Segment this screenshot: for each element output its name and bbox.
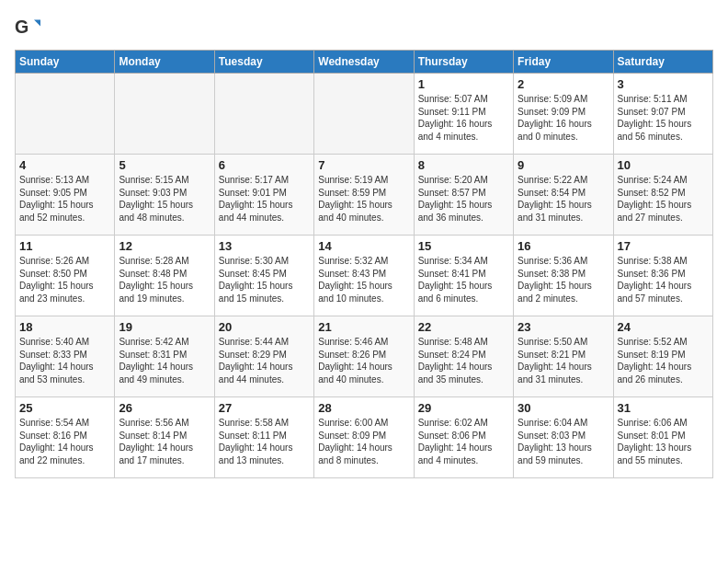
calendar-cell: 5Sunrise: 5:15 AM Sunset: 9:03 PM Daylig… — [115, 155, 214, 236]
day-info: Sunrise: 5:28 AM Sunset: 8:48 PM Dayligh… — [119, 255, 210, 304]
calendar-cell: 6Sunrise: 5:17 AM Sunset: 9:01 PM Daylig… — [214, 155, 313, 236]
calendar-cell: 4Sunrise: 5:13 AM Sunset: 9:05 PM Daylig… — [16, 155, 115, 236]
calendar-cell: 20Sunrise: 5:44 AM Sunset: 8:29 PM Dayli… — [214, 316, 313, 397]
day-number: 4 — [19, 158, 110, 172]
day-number: 10 — [618, 158, 709, 172]
day-number: 29 — [418, 401, 509, 415]
day-number: 17 — [618, 239, 709, 253]
day-info: Sunrise: 5:54 AM Sunset: 8:16 PM Dayligh… — [19, 417, 110, 466]
calendar-cell: 9Sunrise: 5:22 AM Sunset: 8:54 PM Daylig… — [514, 155, 613, 236]
day-info: Sunrise: 5:15 AM Sunset: 9:03 PM Dayligh… — [119, 174, 210, 224]
day-info: Sunrise: 6:06 AM Sunset: 8:01 PM Dayligh… — [618, 417, 709, 466]
calendar-cell: 25Sunrise: 5:54 AM Sunset: 8:16 PM Dayli… — [16, 397, 115, 478]
calendar-cell: 18Sunrise: 5:40 AM Sunset: 8:33 PM Dayli… — [16, 316, 115, 397]
calendar-header-tuesday: Tuesday — [214, 51, 313, 74]
day-info: Sunrise: 5:34 AM Sunset: 8:41 PM Dayligh… — [418, 255, 509, 304]
calendar-week-row: 1Sunrise: 5:07 AM Sunset: 9:11 PM Daylig… — [16, 74, 713, 155]
calendar-cell: 17Sunrise: 5:38 AM Sunset: 8:36 PM Dayli… — [613, 236, 712, 316]
day-number: 31 — [618, 401, 709, 415]
calendar-cell: 14Sunrise: 5:32 AM Sunset: 8:43 PM Dayli… — [314, 236, 414, 316]
calendar-header-thursday: Thursday — [414, 51, 513, 74]
calendar-cell — [115, 74, 214, 155]
calendar-cell: 12Sunrise: 5:28 AM Sunset: 8:48 PM Dayli… — [115, 236, 214, 316]
day-number: 1 — [418, 77, 509, 91]
calendar-cell: 30Sunrise: 6:04 AM Sunset: 8:03 PM Dayli… — [514, 397, 613, 478]
calendar-cell: 3Sunrise: 5:11 AM Sunset: 9:07 PM Daylig… — [613, 74, 712, 155]
day-number: 26 — [119, 401, 210, 415]
calendar-cell — [16, 74, 115, 155]
calendar-cell: 19Sunrise: 5:42 AM Sunset: 8:31 PM Dayli… — [115, 316, 214, 397]
day-info: Sunrise: 5:13 AM Sunset: 9:05 PM Dayligh… — [19, 174, 110, 224]
calendar-cell: 31Sunrise: 6:06 AM Sunset: 8:01 PM Dayli… — [613, 397, 712, 478]
calendar-week-row: 18Sunrise: 5:40 AM Sunset: 8:33 PM Dayli… — [16, 316, 713, 397]
day-number: 16 — [518, 239, 609, 253]
day-info: Sunrise: 5:22 AM Sunset: 8:54 PM Dayligh… — [518, 174, 609, 224]
day-number: 14 — [318, 239, 409, 253]
day-info: Sunrise: 5:36 AM Sunset: 8:38 PM Dayligh… — [518, 255, 609, 304]
calendar-header-wednesday: Wednesday — [314, 51, 414, 74]
day-info: Sunrise: 5:56 AM Sunset: 8:14 PM Dayligh… — [119, 417, 210, 466]
day-info: Sunrise: 5:17 AM Sunset: 9:01 PM Dayligh… — [219, 174, 310, 224]
calendar-cell: 22Sunrise: 5:48 AM Sunset: 8:24 PM Dayli… — [414, 316, 513, 397]
day-number: 5 — [119, 158, 210, 172]
day-info: Sunrise: 5:42 AM Sunset: 8:31 PM Dayligh… — [119, 336, 210, 385]
day-number: 28 — [318, 401, 409, 415]
day-number: 27 — [219, 401, 310, 415]
svg-marker-1 — [34, 20, 40, 27]
calendar-header-sunday: Sunday — [16, 51, 115, 74]
calendar-cell — [314, 74, 414, 155]
day-info: Sunrise: 5:58 AM Sunset: 8:11 PM Dayligh… — [219, 417, 310, 466]
day-info: Sunrise: 5:52 AM Sunset: 8:19 PM Dayligh… — [618, 336, 709, 385]
day-info: Sunrise: 5:50 AM Sunset: 8:21 PM Dayligh… — [518, 336, 609, 385]
calendar-header-saturday: Saturday — [613, 51, 712, 74]
day-number: 11 — [19, 239, 110, 253]
calendar-table: SundayMondayTuesdayWednesdayThursdayFrid… — [15, 50, 713, 478]
calendar-cell: 15Sunrise: 5:34 AM Sunset: 8:41 PM Dayli… — [414, 236, 513, 316]
day-info: Sunrise: 5:32 AM Sunset: 8:43 PM Dayligh… — [318, 255, 409, 304]
day-info: Sunrise: 5:11 AM Sunset: 9:07 PM Dayligh… — [618, 93, 709, 143]
calendar-cell: 11Sunrise: 5:26 AM Sunset: 8:50 PM Dayli… — [16, 236, 115, 316]
calendar-cell: 24Sunrise: 5:52 AM Sunset: 8:19 PM Dayli… — [613, 316, 712, 397]
day-info: Sunrise: 5:19 AM Sunset: 8:59 PM Dayligh… — [318, 174, 409, 224]
calendar-cell: 16Sunrise: 5:36 AM Sunset: 8:38 PM Dayli… — [514, 236, 613, 316]
day-number: 25 — [19, 401, 110, 415]
day-info: Sunrise: 5:24 AM Sunset: 8:52 PM Dayligh… — [618, 174, 709, 224]
day-info: Sunrise: 5:48 AM Sunset: 8:24 PM Dayligh… — [418, 336, 509, 385]
day-number: 18 — [19, 320, 110, 334]
day-number: 15 — [418, 239, 509, 253]
day-number: 3 — [618, 77, 709, 91]
svg-text:G: G — [15, 17, 28, 37]
day-number: 7 — [318, 158, 409, 172]
calendar-cell: 28Sunrise: 6:00 AM Sunset: 8:09 PM Dayli… — [314, 397, 414, 478]
calendar-cell: 26Sunrise: 5:56 AM Sunset: 8:14 PM Dayli… — [115, 397, 214, 478]
calendar-week-row: 4Sunrise: 5:13 AM Sunset: 9:05 PM Daylig… — [16, 155, 713, 236]
day-number: 6 — [219, 158, 310, 172]
logo: G — [15, 15, 42, 40]
day-info: Sunrise: 5:46 AM Sunset: 8:26 PM Dayligh… — [318, 336, 409, 385]
calendar-cell: 7Sunrise: 5:19 AM Sunset: 8:59 PM Daylig… — [314, 155, 414, 236]
page-header: G — [15, 15, 713, 40]
day-number: 22 — [418, 320, 509, 334]
day-number: 19 — [119, 320, 210, 334]
day-info: Sunrise: 6:02 AM Sunset: 8:06 PM Dayligh… — [418, 417, 509, 466]
day-number: 9 — [518, 158, 609, 172]
calendar-header-friday: Friday — [514, 51, 613, 74]
day-info: Sunrise: 6:04 AM Sunset: 8:03 PM Dayligh… — [518, 417, 609, 466]
calendar-cell: 23Sunrise: 5:50 AM Sunset: 8:21 PM Dayli… — [514, 316, 613, 397]
calendar-cell: 10Sunrise: 5:24 AM Sunset: 8:52 PM Dayli… — [613, 155, 712, 236]
day-info: Sunrise: 5:40 AM Sunset: 8:33 PM Dayligh… — [19, 336, 110, 385]
calendar-cell: 1Sunrise: 5:07 AM Sunset: 9:11 PM Daylig… — [414, 74, 513, 155]
day-info: Sunrise: 5:09 AM Sunset: 9:09 PM Dayligh… — [518, 93, 609, 143]
calendar-header-monday: Monday — [115, 51, 214, 74]
calendar-cell: 13Sunrise: 5:30 AM Sunset: 8:45 PM Dayli… — [214, 236, 313, 316]
calendar-week-row: 11Sunrise: 5:26 AM Sunset: 8:50 PM Dayli… — [16, 236, 713, 316]
calendar-header-row: SundayMondayTuesdayWednesdayThursdayFrid… — [16, 51, 713, 74]
logo-icon: G — [15, 15, 40, 40]
day-number: 24 — [618, 320, 709, 334]
day-info: Sunrise: 5:26 AM Sunset: 8:50 PM Dayligh… — [19, 255, 110, 304]
day-info: Sunrise: 5:30 AM Sunset: 8:45 PM Dayligh… — [219, 255, 310, 304]
calendar-cell: 8Sunrise: 5:20 AM Sunset: 8:57 PM Daylig… — [414, 155, 513, 236]
calendar-cell: 21Sunrise: 5:46 AM Sunset: 8:26 PM Dayli… — [314, 316, 414, 397]
day-info: Sunrise: 5:38 AM Sunset: 8:36 PM Dayligh… — [618, 255, 709, 304]
day-info: Sunrise: 5:20 AM Sunset: 8:57 PM Dayligh… — [418, 174, 509, 224]
